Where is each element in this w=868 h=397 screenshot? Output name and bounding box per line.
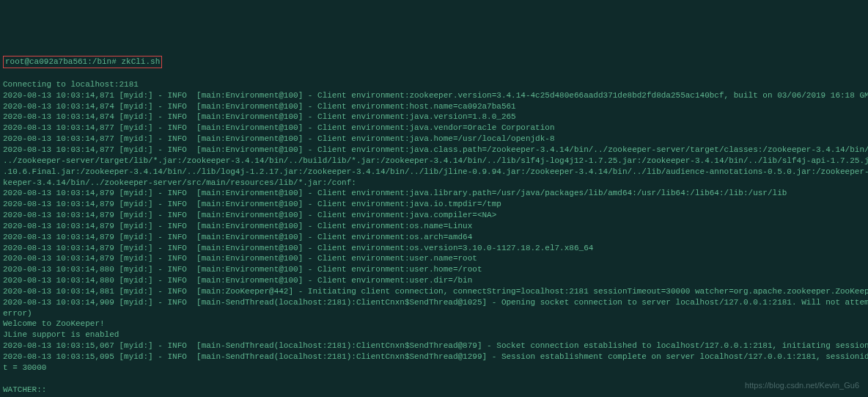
log-line: 2020-08-13 10:03:14,877 [myid:] - INFO [… [3,123,865,134]
terminal-output: root@ca092a7ba561:/bin# zkCli.sh Connect… [3,45,865,397]
log-line: t = 30000 [3,363,865,374]
log-line: 2020-08-13 10:03:14,880 [myid:] - INFO [… [3,264,865,275]
log-line: 2020-08-13 10:03:14,879 [myid:] - INFO [… [3,232,865,243]
log-line: 2020-08-13 10:03:14,877 [myid:] - INFO [… [3,145,865,156]
command-text: zkCli.sh [121,57,160,66]
log-line: ../zookeeper-server/target/lib/*.jar:/zo… [3,156,865,167]
command-highlight: root@ca092a7ba561:/bin# zkCli.sh [3,56,162,68]
log-line: 2020-08-13 10:03:14,881 [myid:] - INFO [… [3,286,865,297]
log-line: 2020-08-13 10:03:14,871 [myid:] - INFO [… [3,90,865,101]
log-line: keeper-3.4.14/bin/../zookeeper-server/sr… [3,178,865,189]
log-line: 2020-08-13 10:03:14,879 [myid:] - INFO [… [3,199,865,210]
log-line: 2020-08-13 10:03:14,874 [myid:] - INFO [… [3,101,865,112]
log-line: 2020-08-13 10:03:14,880 [myid:] - INFO [… [3,275,865,286]
log-line: .10.6.Final.jar:/zookeeper-3.4.14/bin/..… [3,167,865,178]
log-line: 2020-08-13 10:03:14,879 [myid:] - INFO [… [3,221,865,232]
log-line: 2020-08-13 10:03:14,909 [myid:] - INFO [… [3,297,865,308]
log-line: 2020-08-13 10:03:14,879 [myid:] - INFO [… [3,243,865,254]
log-line: 2020-08-13 10:03:14,879 [myid:] - INFO [… [3,253,865,264]
shell-prompt: root@ca092a7ba561:/bin# [5,57,121,66]
log-line: 2020-08-13 10:03:14,874 [myid:] - INFO [… [3,112,865,123]
log-line: WATCHER:: [3,385,865,396]
watermark: https://blog.csdn.net/Kevin_Gu6 [745,380,859,391]
log-line: 2020-08-13 10:03:14,879 [myid:] - INFO [… [3,210,865,221]
log-line: 2020-08-13 10:03:15,067 [myid:] - INFO [… [3,340,865,352]
log-line: Welcome to ZooKeeper! [3,318,865,329]
log-line: 2020-08-13 10:03:15,095 [myid:] - INFO [… [3,352,865,363]
command-line: root@ca092a7ba561:/bin# zkCli.sh [3,56,865,68]
log-line: 2020-08-13 10:03:14,877 [myid:] - INFO [… [3,134,865,145]
log-lines: Connecting to localhost:21812020-08-13 1… [3,79,865,397]
log-line: error) [3,308,865,319]
log-line [3,374,865,385]
log-line: JLine support is enabled [3,329,865,340]
log-line: Connecting to localhost:2181 [3,79,865,90]
log-line: 2020-08-13 10:03:14,879 [myid:] - INFO [… [3,188,865,199]
